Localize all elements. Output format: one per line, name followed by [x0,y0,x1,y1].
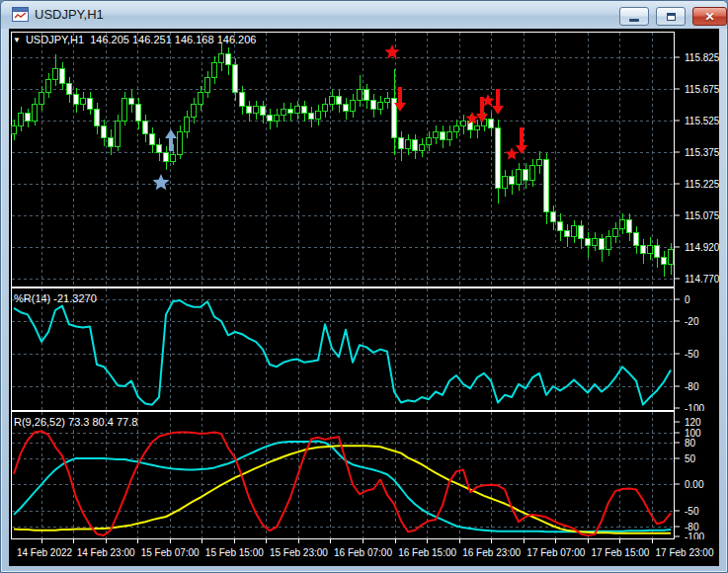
indicator-line [14,300,671,405]
minimize-button[interactable] [619,7,649,26]
time-axis-label: 17 Feb 15:00 [591,547,649,558]
y-axis-tick-label: 115.675 [685,84,719,95]
bull-candle [461,122,466,125]
y-axis-scale: 12010080500.00-50-80-100 [675,417,704,540]
bear-candle [136,105,141,122]
bull-candle [517,170,522,185]
y-axis-tick-label: -100 [685,532,704,540]
y-axis-tick-label: 115.825 [685,52,719,63]
bull-candle [254,107,259,113]
bear-candle [337,96,342,105]
rci-indicator-label: R(9,26,52) 73.3 80.4 77.8 [14,416,137,428]
bull-candle [46,79,51,92]
bear-candle [662,258,667,264]
bull-candle [323,105,328,111]
bear-candle [441,131,445,140]
time-axis-label: 15 Feb 07:00 [141,547,200,558]
close-button[interactable]: ✕ [692,7,727,26]
bull-candle [378,103,383,109]
ohlc-low: 146.168 [175,34,214,45]
bear-candle [95,109,100,125]
bear-candle [129,98,134,104]
bull-candle [122,98,127,121]
bear-candle [309,113,314,119]
bear-candle [371,101,376,110]
bull-candle [53,69,58,80]
bear-candle [67,84,72,95]
y-axis-scale: 115.825115.675115.525115.375115.225115.0… [675,52,719,285]
bear-candle [240,92,245,107]
bull-candle [116,122,121,147]
time-axis[interactable]: 14 Feb 202214 Feb 23:0015 Feb 07:0015 Fe… [11,539,719,566]
bear-candle [88,98,93,109]
bear-candle [247,107,252,113]
sell-signal-star-icon [384,44,399,59]
y-axis-tick-label: 115.375 [685,147,719,158]
bull-candle [406,140,411,149]
bull-candle [199,92,203,105]
time-axis-label: 14 Feb 23:00 [77,547,135,558]
time-axis-label: 14 Feb 2022 [17,547,73,558]
bear-candle [655,245,660,258]
bear-candle [268,115,273,121]
bear-candle [157,144,162,153]
y-axis-tick-label: 0.00 [685,479,704,490]
chart-window-icon [12,7,29,22]
time-axis-label: 17 Feb 23:00 [656,547,714,558]
bull-candle [503,176,508,189]
y-axis-tick-label: 114.770 [685,274,719,285]
restore-button[interactable] [656,7,686,26]
sell-arrow-icon [492,89,504,115]
wpr-panel[interactable]: 0-20-50-80-100 [11,287,719,411]
sell-signal-star-icon [505,147,518,160]
y-axis-tick-label: 50 [685,453,696,464]
y-axis-tick-label: 115.525 [685,116,719,126]
bull-candle [282,109,286,115]
chevron-down-icon[interactable]: ▼ [13,36,21,44]
bear-candle [496,127,501,189]
restore-icon [667,13,676,21]
rci-panel[interactable]: 12010080500.00-50-80-100 [11,411,719,539]
bear-candle [150,134,155,145]
bear-candle [627,220,632,233]
bull-candle [613,228,618,237]
bull-candle [648,245,653,254]
bull-candle [185,118,190,132]
bear-candle [74,94,79,105]
window-title: USDJPY,H1 [35,7,104,22]
candlestick-panel[interactable]: 115.825115.675115.525115.375115.225115.0… [11,32,719,287]
buy-signal-star-icon [152,174,169,190]
ohlc-close: 146.206 [217,34,257,45]
window-titlebar[interactable]: USDJPY,H1 ✕ [1,1,727,29]
bear-candle [510,176,515,185]
bear-candle [634,232,639,245]
bear-candle [565,230,570,236]
signal-markers [152,44,527,190]
y-axis-tick-label: -50 [685,506,699,517]
bear-candle [558,222,563,231]
wpr-indicator-label: %R(14) -21.3270 [14,292,97,304]
y-axis-tick-label: 80 [685,438,696,449]
bear-candle [399,138,404,149]
bull-candle [572,226,577,237]
bear-candle [586,239,591,245]
y-axis-scale: 0-20-50-80-100 [675,294,704,412]
bear-candle [579,226,584,239]
bear-candle [164,153,169,162]
bear-candle [109,138,114,147]
bull-candle [19,113,24,125]
minimize-icon [629,19,639,22]
chart-symbol-timeframe: USDJPY,H1 [26,34,84,45]
candles [12,43,674,277]
bull-candle [447,131,452,140]
bull-candle [358,90,363,101]
time-axis-label: 16 Feb 07:00 [334,547,392,558]
bull-candle [420,144,425,150]
bull-candle [33,105,38,122]
bear-candle [551,211,556,222]
bull-candle [475,125,480,129]
bear-candle [364,90,369,101]
bear-candle [600,239,605,250]
close-icon: ✕ [704,10,714,24]
bull-candle [537,159,542,165]
